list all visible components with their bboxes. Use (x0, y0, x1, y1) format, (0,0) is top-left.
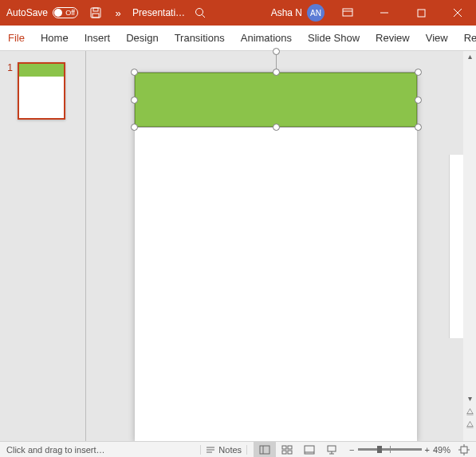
svg-rect-14 (260, 446, 269, 454)
resize-handle-se[interactable] (415, 124, 422, 131)
autosave-label: AutoSave (6, 7, 48, 18)
normal-view-icon[interactable] (254, 442, 276, 458)
notes-button[interactable]: Notes (200, 445, 247, 455)
svg-rect-18 (282, 451, 286, 454)
thumbnail-preview (18, 62, 65, 120)
notes-label: Notes (218, 445, 242, 455)
reading-view-icon[interactable] (298, 442, 321, 458)
zoom-thumb[interactable] (377, 446, 382, 453)
tab-review[interactable]: Review (368, 26, 418, 50)
vertical-scrollbar[interactable]: ▴ ▾ ⧋ ⧋ (463, 51, 476, 441)
resize-handle-sw[interactable] (131, 124, 138, 131)
task-pane-edge (449, 155, 463, 338)
status-bar: Click and drag to insert… Notes − + 49% (0, 441, 476, 457)
toggle-track: Off (53, 7, 78, 18)
thumbnail-number: 1 (5, 62, 13, 120)
slideshow-view-icon[interactable] (321, 442, 343, 458)
close-button[interactable] (439, 0, 476, 26)
tab-recording[interactable]: Recordi (456, 26, 476, 50)
ribbon-tabs: File Home Insert Design Transitions Anim… (0, 26, 476, 51)
autosave-toggle[interactable]: AutoSave Off (0, 7, 85, 18)
next-slide-icon[interactable]: ⧋ (466, 420, 474, 430)
svg-rect-16 (282, 446, 286, 449)
scroll-down-icon[interactable]: ▾ (466, 395, 474, 403)
rotation-handle[interactable] (273, 48, 280, 55)
svg-line-4 (203, 15, 206, 18)
svg-rect-1 (93, 8, 98, 11)
resize-handle-w[interactable] (131, 97, 138, 104)
tab-file[interactable]: File (0, 26, 33, 50)
selected-rectangle-shape[interactable] (135, 73, 417, 127)
tab-design[interactable]: Design (118, 26, 166, 50)
scroll-up-icon[interactable]: ▴ (466, 53, 474, 61)
search-icon[interactable] (193, 6, 207, 20)
document-title: Presentati… (132, 7, 185, 18)
avatar: AN (307, 4, 325, 22)
resize-handle-nw[interactable] (131, 69, 138, 76)
user-account[interactable]: Asha N AN (266, 4, 329, 22)
zoom-slider[interactable] (358, 448, 422, 451)
svg-rect-25 (461, 447, 467, 453)
resize-handle-s[interactable] (273, 124, 280, 131)
thumbnail-item[interactable]: 1 (0, 62, 85, 120)
zoom-percent[interactable]: 49% (433, 445, 450, 455)
view-buttons (254, 442, 343, 458)
title-bar: AutoSave Off » Presentati… Asha N AN (0, 0, 476, 26)
tab-animations[interactable]: Animations (233, 26, 300, 50)
main-area: 1 ▴ ▾ ⧋ ⧋ (0, 51, 476, 441)
fit-to-window-icon[interactable] (457, 443, 471, 457)
svg-point-3 (196, 9, 203, 16)
resize-handle-n[interactable] (273, 69, 280, 76)
ribbon-display-icon[interactable] (329, 0, 366, 26)
tab-slideshow[interactable]: Slide Show (300, 26, 368, 50)
autosave-state: Off (65, 9, 75, 17)
svg-rect-22 (328, 446, 336, 451)
svg-rect-2 (92, 14, 99, 18)
resize-handle-e[interactable] (415, 97, 422, 104)
zoom-in-button[interactable]: + (425, 445, 430, 455)
svg-rect-19 (288, 451, 292, 454)
save-icon[interactable] (89, 6, 103, 20)
sorter-view-icon[interactable] (276, 442, 298, 458)
minimize-button[interactable] (366, 0, 403, 26)
tab-insert[interactable]: Insert (77, 26, 119, 50)
tab-transitions[interactable]: Transitions (167, 26, 233, 50)
maximize-button[interactable] (403, 0, 439, 26)
svg-rect-5 (343, 9, 352, 16)
svg-rect-17 (288, 446, 292, 449)
zoom-controls: − + 49% (349, 445, 450, 455)
thumbnail-shape (19, 64, 64, 77)
slide-canvas[interactable]: ▴ ▾ ⧋ ⧋ (86, 51, 476, 441)
thumbnail-panel: 1 (0, 51, 86, 441)
toggle-knob (54, 9, 62, 17)
prev-slide-icon[interactable]: ⧋ (466, 408, 474, 417)
tab-home[interactable]: Home (33, 26, 77, 50)
svg-rect-8 (418, 10, 425, 17)
user-name: Asha N (271, 7, 302, 18)
resize-handle-ne[interactable] (415, 69, 422, 76)
overflow-icon[interactable]: » (111, 6, 125, 20)
status-message: Click and drag to insert… (0, 445, 112, 455)
tab-view[interactable]: View (418, 26, 456, 50)
zoom-out-button[interactable]: − (349, 445, 354, 455)
